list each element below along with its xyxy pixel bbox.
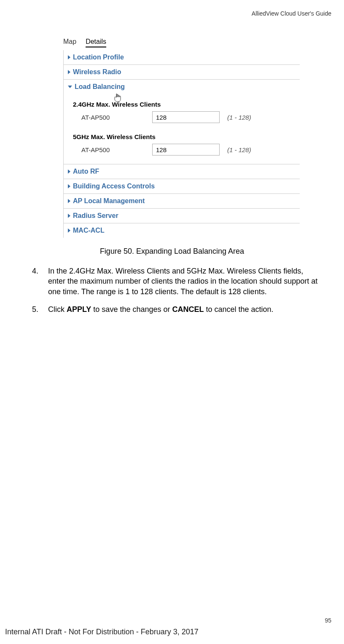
- footer-draft-notice: Internal ATI Draft - Not For Distributio…: [5, 628, 199, 636]
- step-text: In the 2.4GHz Max. Wireless Clients and …: [48, 266, 320, 297]
- range-24ghz: (1 - 128): [227, 114, 251, 121]
- section-label: Location Profile: [73, 54, 124, 61]
- range-5ghz: (1 - 128): [227, 146, 251, 153]
- section-label: Wireless Radio: [73, 68, 121, 76]
- cancel-keyword: CANCEL: [172, 305, 204, 314]
- label-24ghz-ap: AT-AP500: [81, 114, 145, 121]
- text-part: to cancel the action.: [204, 305, 273, 314]
- tabs-row: Map Details: [63, 38, 299, 49]
- page-number: 95: [325, 617, 331, 624]
- apply-keyword: APPLY: [67, 305, 91, 314]
- caret-right-icon: [68, 55, 70, 59]
- text-part: to save the changes or: [91, 305, 172, 314]
- input-5ghz-max-clients[interactable]: [152, 144, 220, 156]
- section-load-balancing[interactable]: Load Balancing: [64, 80, 300, 94]
- caret-right-icon: [68, 70, 70, 74]
- section-label: AP Local Management: [73, 197, 145, 205]
- section-label: MAC-ACL: [73, 227, 105, 234]
- section-label: Auto RF: [73, 168, 99, 175]
- screenshot-figure: Map Details Location Profile Wireless Ra…: [63, 38, 299, 238]
- section-ap-local-management[interactable]: AP Local Management: [64, 194, 300, 209]
- label-5ghz-ap: AT-AP500: [81, 146, 145, 153]
- step-4: 4. In the 2.4GHz Max. Wireless Clients a…: [32, 266, 320, 297]
- load-balancing-content: 2.4GHz Max. Wireless Clients AT-AP500 (1…: [64, 94, 300, 164]
- heading-24ghz: 2.4GHz Max. Wireless Clients: [73, 101, 296, 108]
- caret-right-icon: [68, 169, 70, 174]
- field-row-5ghz: AT-AP500 (1 - 128): [73, 144, 296, 156]
- caret-right-icon: [68, 214, 70, 218]
- section-location-profile[interactable]: Location Profile: [64, 50, 300, 65]
- tab-details[interactable]: Details: [86, 38, 106, 48]
- step-number: 5.: [32, 304, 48, 314]
- section-building-access-controls[interactable]: Building Access Controls: [64, 179, 300, 194]
- cursor-hand-icon: [113, 93, 122, 104]
- field-row-24ghz: AT-AP500 (1 - 128): [73, 111, 296, 123]
- header-guide-title: AlliedView Cloud User's Guide: [13, 10, 331, 17]
- tab-map[interactable]: Map: [63, 38, 76, 48]
- section-wireless-radio[interactable]: Wireless Radio: [64, 65, 300, 80]
- section-auto-rf[interactable]: Auto RF: [64, 164, 300, 179]
- step-5: 5. Click APPLY to save the changes or CA…: [32, 304, 320, 314]
- caret-right-icon: [68, 228, 70, 233]
- section-label: Radius Server: [73, 212, 118, 220]
- text-part: Click: [48, 305, 67, 314]
- heading-5ghz: 5GHz Max. Wireless Clients: [73, 133, 296, 140]
- input-24ghz-max-clients[interactable]: [152, 111, 220, 123]
- instruction-steps: 4. In the 2.4GHz Max. Wireless Clients a…: [32, 266, 320, 314]
- step-number: 4.: [32, 266, 48, 297]
- step-text: Click APPLY to save the changes or CANCE…: [48, 304, 320, 314]
- section-mac-acl[interactable]: MAC-ACL: [64, 223, 300, 238]
- section-radius-server[interactable]: Radius Server: [64, 209, 300, 223]
- caret-right-icon: [68, 184, 70, 188]
- section-label: Load Balancing: [75, 83, 125, 91]
- caret-down-icon: [68, 86, 72, 88]
- section-label: Building Access Controls: [73, 182, 155, 190]
- caret-right-icon: [68, 199, 70, 203]
- accordion-panel: Location Profile Wireless Radio Load Bal…: [63, 50, 300, 238]
- figure-caption: Figure 50. Expanding Load Balancing Area: [13, 247, 331, 256]
